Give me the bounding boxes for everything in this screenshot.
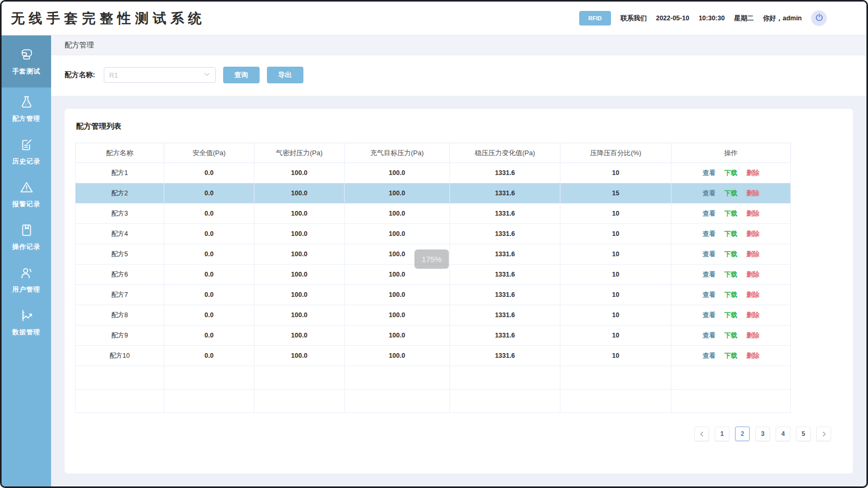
table-cell	[345, 390, 450, 413]
sidebar-item-3[interactable]: 历史记录	[2, 130, 51, 173]
table-cell: 1331.6	[450, 224, 560, 244]
table-row[interactable]: 配方100.0100.0100.01331.610查看下载删除	[76, 346, 791, 366]
sidebar-item-label: 报警记录	[13, 200, 41, 209]
table-cell: 0.0	[164, 346, 254, 366]
download-link[interactable]: 下载	[725, 169, 738, 178]
operation-icon	[19, 222, 34, 238]
table-cell: 10	[560, 204, 671, 224]
table-cell: 配方2	[76, 183, 164, 204]
sidebar-item-4[interactable]: 报警记录	[2, 173, 51, 216]
download-link[interactable]: 下载	[725, 209, 738, 218]
view-link[interactable]: 查看	[703, 352, 716, 360]
rfid-button[interactable]: RFID	[579, 11, 612, 26]
pagination-next-icon[interactable]	[816, 427, 831, 441]
query-button[interactable]: 查询	[223, 67, 260, 83]
table-cell: 100.0	[254, 346, 345, 366]
table-row[interactable]: 配方10.0100.0100.01331.610查看下载删除	[76, 163, 791, 183]
table-cell	[450, 366, 560, 390]
operation-cell: 查看下载删除	[671, 305, 791, 326]
pagination-prev-icon[interactable]	[694, 427, 709, 441]
table-cell	[560, 366, 671, 390]
download-link[interactable]: 下载	[725, 250, 738, 259]
table-row[interactable]: 配方80.0100.0100.01331.610查看下载删除	[76, 305, 791, 326]
table-cell	[450, 390, 560, 413]
table-cell	[671, 390, 791, 413]
table-cell: 100.0	[254, 224, 345, 244]
view-link[interactable]: 查看	[703, 331, 716, 340]
download-link[interactable]: 下载	[725, 189, 738, 198]
table-cell	[671, 366, 791, 390]
table-row[interactable]: 配方50.0100.0100.01331.610查看下载删除	[76, 244, 791, 265]
download-link[interactable]: 下载	[725, 352, 738, 360]
sidebar-item-label: 操作记录	[13, 243, 41, 252]
contact-link[interactable]: 联系我们	[620, 14, 646, 23]
current-date: 2022-05-10	[656, 15, 689, 22]
operation-cell: 查看下载删除	[671, 244, 791, 265]
recipe-name-select[interactable]: R1	[104, 67, 216, 83]
card-title: 配方管理列表	[76, 121, 842, 131]
table-row[interactable]: 配方20.0100.0100.01331.615查看下载删除	[76, 183, 791, 204]
delete-link[interactable]: 删除	[747, 352, 760, 360]
pagination-page-1[interactable]: 1	[715, 427, 729, 441]
column-header: 配方名称	[76, 143, 164, 163]
download-link[interactable]: 下载	[725, 331, 738, 340]
sidebar-item-7[interactable]: 数据管理	[2, 301, 51, 344]
operation-cell: 查看下载删除	[671, 285, 791, 305]
table-cell: 1331.6	[450, 183, 560, 204]
delete-link[interactable]: 删除	[747, 209, 760, 218]
delete-link[interactable]: 删除	[747, 291, 760, 299]
app-title: 无线手套完整性测试系统	[11, 9, 206, 28]
table-cell: 100.0	[345, 183, 450, 204]
table-row[interactable]: 配方40.0100.0100.01331.610查看下载删除	[76, 224, 791, 244]
sidebar-item-5[interactable]: 操作记录	[2, 216, 51, 258]
view-link[interactable]: 查看	[703, 189, 716, 198]
table-row[interactable]: 配方90.0100.0100.01331.610查看下载删除	[76, 326, 791, 346]
main-layout: 手套测试配方管理历史记录报警记录操作记录用户管理数据管理 配方管理 配方名称: …	[2, 35, 866, 486]
table-cell: 10	[560, 163, 671, 183]
chevron-down-icon	[204, 70, 210, 80]
table-cell: 1331.6	[450, 346, 560, 366]
export-button[interactable]: 导出	[267, 67, 303, 83]
view-link[interactable]: 查看	[703, 311, 716, 320]
pagination-page-4[interactable]: 4	[776, 427, 790, 441]
download-link[interactable]: 下载	[725, 291, 738, 299]
table-cell: 1331.6	[450, 244, 560, 265]
pagination-page-5[interactable]: 5	[796, 427, 811, 441]
pagination-page-2[interactable]: 2	[735, 427, 750, 441]
delete-link[interactable]: 删除	[747, 169, 760, 178]
table-cell	[254, 366, 345, 390]
sidebar-item-1[interactable]: 手套测试	[2, 35, 51, 87]
flask-icon	[19, 94, 34, 110]
download-link[interactable]: 下载	[725, 230, 738, 239]
view-link[interactable]: 查看	[703, 209, 716, 218]
view-link[interactable]: 查看	[703, 169, 716, 178]
empty-table-row	[76, 366, 791, 390]
delete-link[interactable]: 删除	[747, 230, 760, 239]
view-link[interactable]: 查看	[703, 230, 716, 239]
sidebar-item-2[interactable]: 配方管理	[2, 87, 51, 130]
view-link[interactable]: 查看	[703, 291, 716, 299]
table-cell: 配方6	[76, 265, 164, 285]
table-row[interactable]: 配方70.0100.0100.01331.610查看下载删除	[76, 285, 791, 305]
view-link[interactable]: 查看	[703, 270, 716, 279]
column-header: 操作	[671, 143, 791, 163]
view-link[interactable]: 查看	[703, 250, 716, 259]
sidebar-item-6[interactable]: 用户管理	[2, 258, 51, 301]
table-row[interactable]: 配方30.0100.0100.01331.610查看下载删除	[76, 204, 791, 224]
download-link[interactable]: 下载	[725, 270, 738, 279]
table-cell: 100.0	[254, 265, 345, 285]
data-icon	[19, 308, 34, 323]
table-cell: 1331.6	[450, 326, 560, 346]
delete-link[interactable]: 删除	[747, 250, 760, 259]
delete-link[interactable]: 删除	[747, 311, 760, 320]
table-cell: 配方4	[76, 224, 164, 244]
delete-link[interactable]: 删除	[747, 189, 760, 198]
table-cell	[560, 390, 671, 413]
download-link[interactable]: 下载	[725, 311, 738, 320]
delete-link[interactable]: 删除	[747, 270, 760, 279]
table-row[interactable]: 配方60.0100.0100.01331.610查看下载删除	[76, 265, 791, 285]
delete-link[interactable]: 删除	[747, 331, 760, 340]
pagination-page-3[interactable]: 3	[755, 427, 770, 441]
content-area: 配方管理 配方名称: R1 查询 导出 配方管理列表 配	[51, 35, 866, 486]
logout-power-button[interactable]	[811, 10, 827, 26]
